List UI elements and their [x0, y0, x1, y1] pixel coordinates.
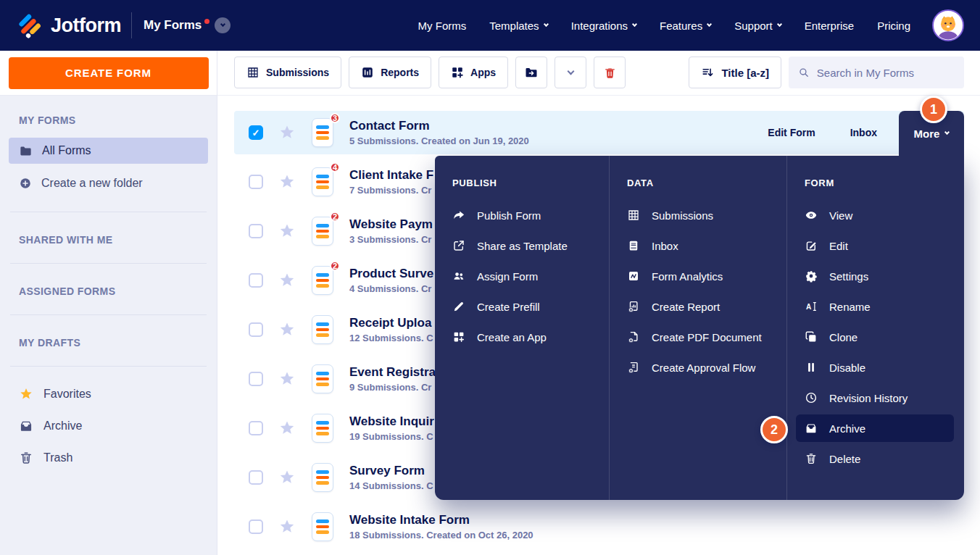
menu-item[interactable]: Create Prefill: [435, 291, 609, 322]
apps-icon: [451, 66, 464, 79]
reports-button[interactable]: Reports: [349, 57, 431, 88]
menu-item[interactable]: View: [787, 200, 964, 230]
menu-item[interactable]: Submissions: [610, 200, 786, 230]
notification-dot: [204, 19, 209, 24]
assigned-section-header[interactable]: ASSIGNED FORMS: [9, 285, 208, 297]
favorite-star-icon[interactable]: [278, 420, 296, 437]
search-input[interactable]: [817, 67, 955, 79]
app-plus-icon: [452, 330, 465, 343]
menu-item[interactable]: Inbox: [610, 230, 786, 261]
submissions-label: Submissions: [266, 67, 329, 78]
user-avatar[interactable]: [932, 9, 964, 41]
menu-item-list: View Edit Settings Rename Clone: [787, 200, 964, 474]
form-icon: [312, 315, 333, 344]
nav-link[interactable]: Pricing: [877, 20, 910, 32]
create-folder-button[interactable]: Create a new folder: [9, 172, 208, 194]
row-checkbox[interactable]: ✓: [249, 519, 263, 534]
form-title: Survey Form: [349, 464, 433, 478]
row-checkbox[interactable]: ✓: [249, 372, 263, 386]
star-icon: [19, 387, 33, 401]
row-checkbox[interactable]: ✓: [249, 125, 263, 140]
shared-section-header[interactable]: SHARED WITH ME: [9, 234, 208, 246]
nav-link[interactable]: Integrations: [571, 20, 636, 32]
search-box[interactable]: [789, 57, 964, 88]
row-checkbox[interactable]: ✓: [249, 470, 263, 485]
nav-link[interactable]: Support: [734, 20, 781, 32]
form-title: Website Inquir: [349, 414, 434, 429]
menu-item[interactable]: Create Report: [610, 291, 786, 322]
menu-item[interactable]: Assign Form: [435, 261, 609, 291]
inbox-link[interactable]: Inbox: [850, 127, 877, 138]
row-checkbox[interactable]: ✓: [249, 273, 263, 288]
nav-link[interactable]: My Forms: [418, 20, 467, 32]
menu-item[interactable]: Create an App: [435, 322, 609, 352]
menu-item[interactable]: Share as Template: [435, 230, 609, 261]
nav-link-label: Support: [734, 20, 773, 32]
menu-item-label: Create PDF Document: [652, 331, 762, 343]
favorite-star-icon[interactable]: [278, 469, 296, 486]
form-row[interactable]: ✓ 3 Contact Form 5 Submissions. Created …: [234, 111, 964, 154]
menu-item-label: Archive: [829, 422, 865, 435]
toolbar-divider: [217, 95, 980, 96]
favorite-star-icon[interactable]: [278, 173, 296, 191]
edit-form-link[interactable]: Edit Form: [768, 127, 815, 138]
menu-item[interactable]: Form Analytics: [610, 261, 786, 291]
row-checkbox[interactable]: ✓: [249, 322, 263, 337]
row-checkbox[interactable]: ✓: [249, 175, 263, 189]
move-to-folder-button[interactable]: [515, 57, 547, 88]
menu-item[interactable]: Disable: [787, 352, 964, 383]
favorite-star-icon[interactable]: [278, 321, 296, 338]
sidebar-item[interactable]: Archive: [9, 410, 208, 442]
nav-link[interactable]: Templates: [489, 20, 547, 32]
more-dropdown-menu: PUBLISH Publish Form Share as Template A…: [435, 156, 964, 500]
workspace-switcher[interactable]: My Forms: [144, 17, 231, 33]
nav-link[interactable]: Features: [660, 20, 711, 32]
row-checkbox[interactable]: ✓: [249, 224, 263, 238]
my-forms-section-header: MY FORMS: [9, 114, 208, 126]
form-icon: 4: [312, 167, 333, 196]
create-form-strip: CREATE FORM: [0, 51, 217, 96]
menu-item[interactable]: Edit: [787, 230, 964, 261]
favorite-star-icon[interactable]: [278, 222, 296, 240]
menu-item[interactable]: Revision History: [787, 383, 964, 413]
form-subtitle: 7 Submissions. Cr: [349, 185, 433, 196]
sidebar-item[interactable]: Favorites: [9, 378, 208, 410]
favorite-star-icon[interactable]: [278, 272, 296, 289]
menu-item[interactable]: Delete: [787, 443, 964, 474]
jotform-logo[interactable]: Jotform: [16, 12, 121, 39]
sidebar-item-all-forms[interactable]: All Forms: [9, 138, 208, 164]
menu-item[interactable]: Rename: [787, 291, 964, 322]
form-subtitle: 19 Submissions. C: [349, 431, 434, 442]
workspace-chevron[interactable]: [215, 17, 231, 33]
more-actions-chevron-button[interactable]: [555, 57, 586, 88]
clock-icon: [805, 391, 818, 404]
menu-item[interactable]: Settings: [787, 261, 964, 291]
nav-link-label: Templates: [489, 20, 539, 32]
menu-item-label: Rename: [829, 301, 871, 313]
menu-item[interactable]: Clone: [787, 322, 964, 352]
menu-item[interactable]: Create PDF Document: [610, 322, 786, 352]
row-checkbox[interactable]: ✓: [249, 421, 263, 435]
create-form-button[interactable]: CREATE FORM: [9, 57, 209, 89]
sort-icon: [701, 66, 715, 80]
more-label: More: [914, 128, 940, 140]
gear-icon: [805, 270, 818, 283]
chevron-down-icon: [632, 22, 637, 27]
drafts-section-header[interactable]: MY DRAFTS: [9, 337, 208, 349]
menu-item-label: Publish Form: [477, 209, 541, 222]
apps-button[interactable]: Apps: [439, 57, 508, 88]
archive-icon: [805, 422, 818, 435]
sort-button[interactable]: Title [a-z]: [689, 57, 781, 88]
favorite-star-icon[interactable]: [278, 518, 296, 535]
favorite-star-icon[interactable]: [278, 370, 296, 388]
nav-link[interactable]: Enterprise: [805, 20, 854, 32]
submissions-button[interactable]: Submissions: [234, 57, 341, 88]
delete-selected-button[interactable]: [594, 57, 626, 88]
menu-item[interactable]: Archive: [796, 414, 954, 442]
main-nav: My Forms Templates Integrations Features…: [418, 20, 910, 32]
menu-item[interactable]: Publish Form: [435, 200, 609, 230]
form-row[interactable]: ✓ Website Intake Form 18 Submissions. Cr…: [234, 505, 964, 548]
menu-item[interactable]: Create Approval Flow: [610, 352, 786, 383]
favorite-star-icon[interactable]: [278, 124, 296, 141]
sidebar-item[interactable]: Trash: [9, 442, 208, 474]
